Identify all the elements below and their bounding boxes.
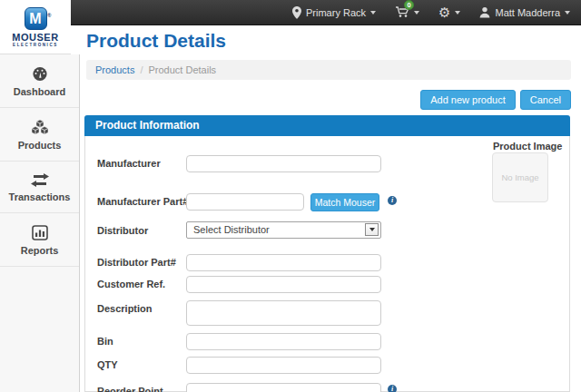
cubes-icon <box>31 120 49 135</box>
product-information-panel: Product Information Manufacturer Manufac… <box>84 115 570 392</box>
match-mouser-button[interactable]: Match Mouser <box>310 193 379 211</box>
sidebar-item-transactions[interactable]: Transactions <box>0 162 79 213</box>
manufacturer-label: Manufacturer <box>97 158 161 169</box>
distributor-part-label: Distributor Part# <box>97 257 176 268</box>
map-marker-icon <box>292 6 301 19</box>
gear-icon: ⚙ <box>438 5 450 19</box>
top-navbar: Primary Rack 0 ⚙ Matt Madderra <box>71 0 581 25</box>
chevron-down-icon <box>370 11 376 15</box>
breadcrumb-link-products[interactable]: Products <box>95 64 134 75</box>
manufacturer-part-label: Manufacturer Part# <box>97 196 188 207</box>
qty-label: QTY <box>97 359 118 370</box>
chevron-down-icon <box>455 11 460 15</box>
sidebar-item-label: Transactions <box>9 191 71 202</box>
description-label: Description <box>97 303 153 314</box>
exchange-arrows-icon <box>31 173 49 187</box>
user-menu[interactable]: Matt Madderra <box>479 6 570 18</box>
distributor-selected-value: Select Distributor <box>193 224 270 235</box>
cancel-button[interactable]: Cancel <box>520 90 571 110</box>
bin-label: Bin <box>97 336 113 347</box>
sidebar-item-reports[interactable]: Reports <box>0 213 79 267</box>
location-dropdown[interactable]: Primary Rack <box>292 6 376 19</box>
select-dropdown-icon <box>365 223 379 236</box>
qty-input[interactable] <box>186 357 381 374</box>
mouser-logo[interactable]: M ® MOUSER ELECTRONICS <box>0 0 71 54</box>
info-icon[interactable]: i <box>388 196 397 205</box>
location-label: Primary Rack <box>306 7 366 18</box>
sidebar-item-label: Reports <box>21 245 59 256</box>
sidebar-item-products[interactable]: Products <box>0 108 79 162</box>
user-name: Matt Madderra <box>495 7 560 18</box>
reorder-point-label: Reorder Point <box>97 386 163 392</box>
distributor-part-input[interactable] <box>186 254 381 271</box>
brand-subtitle: ELECTRONICS <box>13 43 58 47</box>
distributor-label: Distributor <box>97 225 148 236</box>
brand-name: MOUSER <box>12 32 58 43</box>
page-title: Product Details <box>86 30 226 52</box>
reorder-point-input[interactable] <box>186 383 381 392</box>
cart-dropdown[interactable]: 0 <box>395 5 419 20</box>
no-image-text: No Image <box>501 172 538 182</box>
user-icon <box>479 6 490 18</box>
manufacturer-input[interactable] <box>186 155 381 172</box>
info-icon[interactable]: i <box>388 385 397 392</box>
customer-ref-label: Customer Ref. <box>97 279 165 289</box>
dashboard-icon <box>31 66 49 82</box>
add-new-product-button[interactable]: Add new product <box>420 90 516 110</box>
manufacturer-part-input[interactable] <box>186 193 304 211</box>
bin-input[interactable] <box>186 333 381 350</box>
chevron-down-icon <box>565 11 570 15</box>
sidebar-item-label: Dashboard <box>14 86 65 97</box>
sidebar: Dashboard Products Transactions Reports <box>0 54 80 392</box>
product-image-placeholder: No Image <box>492 152 548 202</box>
chevron-down-icon <box>414 11 419 15</box>
breadcrumb-separator: / <box>140 64 143 75</box>
sidebar-item-dashboard[interactable]: Dashboard <box>0 54 79 108</box>
distributor-select[interactable]: Select Distributor <box>186 221 381 239</box>
product-image-label: Product Image <box>493 141 562 152</box>
description-textarea[interactable] <box>186 300 381 326</box>
breadcrumb-current: Product Details <box>148 64 216 75</box>
registered-trademark: ® <box>47 5 51 26</box>
settings-dropdown[interactable]: ⚙ <box>438 5 460 19</box>
sidebar-item-label: Products <box>18 140 62 151</box>
panel-header: Product Information <box>84 115 570 136</box>
logo-letter: M <box>29 11 41 26</box>
page-actions: Add new product Cancel <box>86 90 571 110</box>
breadcrumb: Products/Product Details <box>86 60 571 80</box>
mouser-logo-mark: M ® <box>25 7 47 30</box>
customer-ref-input[interactable] <box>186 276 381 293</box>
cart-count-badge: 0 <box>404 0 414 10</box>
bar-chart-icon <box>32 225 48 240</box>
